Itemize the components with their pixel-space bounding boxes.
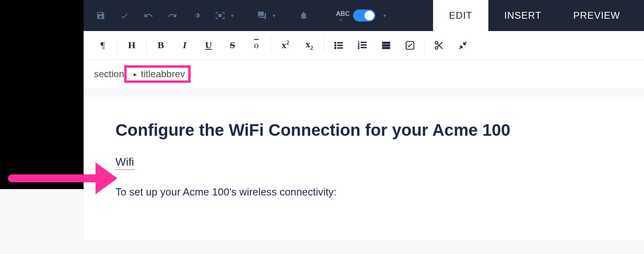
chevron-down-icon[interactable]: ▾ — [231, 12, 234, 19]
svg-rect-13 — [382, 44, 390, 46]
heading-button[interactable]: H — [120, 36, 144, 55]
svg-point-2 — [334, 44, 336, 46]
checklist-button[interactable] — [398, 36, 422, 55]
body-paragraph[interactable]: To set up your Acme 100's wireless conne… — [115, 186, 612, 198]
svg-point-0 — [334, 42, 336, 43]
title-abbrev-field[interactable]: Wifi — [115, 156, 134, 170]
tab-insert[interactable]: INSERT — [488, 0, 558, 31]
overline-button[interactable]: o — [244, 36, 268, 55]
save-icon[interactable] — [92, 6, 110, 25]
svg-rect-9 — [361, 44, 367, 45]
breadcrumb: section ▸ titleabbrev — [84, 60, 644, 89]
undo-icon[interactable] — [139, 6, 158, 25]
gear-icon[interactable] — [187, 6, 205, 25]
page-title[interactable]: Configure the WiFi Connection for your A… — [115, 121, 612, 140]
check-icon[interactable] — [115, 6, 134, 25]
italic-button[interactable]: I — [173, 36, 197, 55]
svg-point-4 — [334, 47, 336, 49]
spellcheck-label: ABC ✓ — [336, 12, 347, 19]
chevron-down-icon[interactable]: ▾ — [383, 12, 386, 19]
superscript-button[interactable]: x2 — [273, 36, 297, 55]
tab-edit[interactable]: EDIT — [433, 0, 488, 31]
svg-rect-5 — [338, 47, 343, 48]
top-toolbar: ▾ ▾ ABC ✓ ▾ EDIT INSERT PREVIEW — [84, 0, 644, 31]
svg-text:3: 3 — [358, 46, 359, 49]
tab-preview[interactable]: PREVIEW — [557, 0, 636, 31]
comments-icon[interactable] — [253, 6, 271, 25]
numbered-list-button[interactable]: 123 — [350, 36, 374, 55]
chevron-right-icon: ▸ — [134, 70, 137, 78]
breadcrumb-titleabbrev[interactable]: titleabbrev — [141, 68, 185, 80]
subscript-button[interactable]: x2 — [297, 36, 321, 55]
format-toolbar: ¶ H B I U S o x2 x2 123 — [84, 31, 644, 60]
paragraph-button[interactable]: ¶ — [91, 36, 115, 55]
bulleted-list-button[interactable] — [326, 36, 350, 55]
spellcheck-toggle[interactable] — [353, 10, 375, 21]
svg-point-16 — [435, 47, 438, 49]
svg-rect-14 — [382, 47, 390, 49]
document-content[interactable]: Configure the WiFi Connection for your A… — [84, 97, 644, 240]
bell-icon[interactable] — [295, 6, 313, 25]
underline-button[interactable]: U — [197, 36, 221, 55]
svg-point-17 — [435, 41, 438, 44]
breadcrumb-section[interactable]: section — [94, 68, 124, 80]
frame-icon[interactable] — [211, 6, 229, 25]
mode-tabs: EDIT INSERT PREVIEW — [433, 0, 636, 31]
svg-rect-7 — [361, 42, 367, 43]
svg-rect-11 — [361, 47, 367, 48]
svg-rect-1 — [338, 42, 343, 43]
cut-icon[interactable] — [427, 36, 451, 55]
highlighted-breadcrumb: ▸ titleabbrev — [124, 65, 191, 83]
redo-icon[interactable] — [163, 6, 181, 25]
collapse-icon[interactable] — [451, 36, 475, 55]
bold-button[interactable]: B — [149, 36, 173, 55]
block-list-button[interactable] — [374, 36, 398, 55]
svg-rect-3 — [338, 45, 343, 45]
strikethrough-button[interactable]: S — [221, 36, 244, 55]
svg-rect-12 — [382, 42, 390, 43]
chevron-down-icon[interactable]: ▾ — [273, 12, 275, 19]
